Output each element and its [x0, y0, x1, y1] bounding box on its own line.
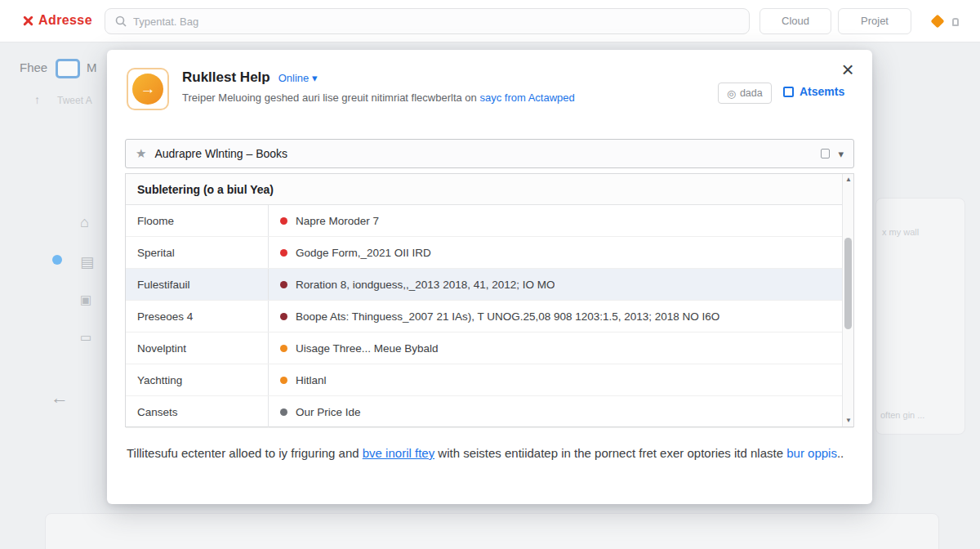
- table-header: Subletering (o a biul Yea): [126, 174, 853, 205]
- row-value: Godge Form,_2021 OII IRD: [296, 247, 431, 259]
- dialog-header: → Rukllest Help Online ▾ Treiper Meluoin…: [127, 68, 575, 110]
- table-row[interactable]: Preseoes 4 Boope Ats: Thinguess_2007 21 …: [126, 301, 853, 333]
- table-row[interactable]: Cansets Our Price Ide: [126, 396, 853, 428]
- dada-button[interactable]: ◎ dada: [718, 83, 772, 104]
- close-icon[interactable]: ×: [835, 56, 861, 83]
- search-input[interactable]: [133, 16, 739, 28]
- cloud-button[interactable]: Cloud: [760, 8, 831, 34]
- projet-button[interactable]: Projet: [838, 8, 911, 34]
- scroll-down-icon[interactable]: ▼: [843, 415, 854, 426]
- category-dropdown[interactable]: ★ Audrapre Wlnting – Books ▾: [125, 139, 854, 168]
- row-label: Sperital: [126, 237, 269, 268]
- row-label: Fulestifauil: [126, 269, 269, 300]
- checkbox-icon: [783, 87, 794, 97]
- row-label: Yachtting: [126, 364, 269, 395]
- target-icon: ◎: [727, 87, 736, 100]
- dropdown-label: Audrapre Wlnting – Books: [154, 147, 287, 160]
- row-value: Our Price Ide: [296, 406, 361, 418]
- footer-link-1[interactable]: bve inoril ftey: [363, 446, 434, 460]
- scroll-up-icon[interactable]: ▲: [843, 174, 854, 185]
- document-icon[interactable]: ▣: [80, 292, 91, 307]
- table-scrollbar[interactable]: ▲ ▼: [842, 174, 853, 426]
- subtitle-text: Treiper Meluoing geshed auri lise greuit…: [182, 92, 479, 104]
- home-icon[interactable]: ⌂: [80, 214, 89, 231]
- card-icon[interactable]: ▭: [80, 330, 91, 345]
- mini-box-icon[interactable]: [821, 149, 830, 158]
- row-label: Novelptint: [126, 333, 269, 364]
- brand-label: Adresse: [38, 13, 92, 28]
- help-dialog: × → Rukllest Help Online ▾ Treiper Meluo…: [107, 50, 872, 504]
- m-label: M: [87, 60, 97, 74]
- dialog-subtitle: Treiper Meluoing geshed auri lise greuit…: [182, 92, 575, 104]
- status-dot: [280, 217, 287, 225]
- status-dot: [280, 377, 287, 384]
- arrow-badge-icon: →: [132, 74, 163, 105]
- row-label: Floome: [126, 205, 269, 236]
- app-badge: →: [127, 68, 169, 110]
- table-row[interactable]: Yachtting Hitlanl: [126, 364, 853, 396]
- table-row[interactable]: Floome Napre Moroder 7: [126, 205, 853, 237]
- brand-x-icon: [23, 16, 33, 26]
- bottom-strip-card: [45, 513, 939, 549]
- chevron-down-icon[interactable]: ▾: [838, 148, 844, 160]
- building-icon[interactable]: ▤: [80, 253, 94, 271]
- back-arrow-icon[interactable]: ←: [51, 387, 69, 408]
- global-search[interactable]: [105, 8, 750, 34]
- dialog-footer-text: Tillitesufu ectenter alloed to iy frigur…: [127, 444, 845, 462]
- status-dot: [280, 249, 287, 257]
- row-value: Hitlanl: [296, 374, 327, 386]
- footer-text-2: with seistes entiidatep in the pornect f…: [434, 446, 786, 460]
- table-row[interactable]: Fulestifauil Roration 8, iondguess,,_201…: [126, 269, 853, 301]
- star-icon: ★: [136, 146, 146, 161]
- top-navbar: Adresse Cloud Projet: [0, 0, 980, 42]
- row-label: Preseoes 4: [126, 301, 269, 332]
- dada-label: dada: [740, 87, 763, 99]
- notification-diamond-icon[interactable]: [931, 15, 945, 29]
- up-arrow-icon: ↑: [34, 93, 40, 106]
- blue-toggle-icon[interactable]: [56, 59, 80, 78]
- bell-icon[interactable]: [952, 18, 959, 26]
- dialog-title: Rukllest Help: [182, 69, 270, 86]
- row-value: Roration 8, iondguess,,_2013 2018, 41, 2…: [296, 279, 555, 291]
- right-text-bottom: often gin ...: [880, 410, 924, 420]
- status-dot: [280, 313, 287, 320]
- status-dot: [280, 408, 287, 416]
- table-row[interactable]: Novelptint Uisage Three... Meue Bybald: [126, 333, 853, 364]
- status-dot: [280, 345, 287, 352]
- free-label: Fhee: [20, 60, 47, 74]
- online-status-dropdown[interactable]: Online ▾: [278, 72, 318, 84]
- active-blue-dot: [52, 255, 62, 265]
- title-block: Rukllest Help Online ▾ Treiper Meluoing …: [182, 68, 575, 110]
- footer-text-1: Tillitesufu ectenter alloed to iy frigur…: [127, 446, 363, 460]
- table-row[interactable]: Sperital Godge Form,_2021 OII IRD: [126, 237, 853, 269]
- tweet-label: Tweet A: [57, 95, 92, 106]
- scroll-thumb[interactable]: [844, 238, 852, 329]
- status-dot: [280, 281, 287, 288]
- row-value: Uisage Three... Meue Bybald: [296, 342, 439, 355]
- brand-logo[interactable]: Adresse: [23, 13, 92, 28]
- results-table: Subletering (o a biul Yea) Floome Napre …: [125, 173, 854, 427]
- search-icon: [115, 16, 127, 27]
- row-value: Boope Ats: Thinguess_2007 21 IAs), T UNO…: [296, 310, 719, 323]
- right-text-top: x my wall: [882, 227, 919, 237]
- atsemts-link[interactable]: Atsemts: [783, 85, 844, 98]
- row-value: Napre Moroder 7: [296, 215, 379, 227]
- atsemts-label: Atsemts: [800, 85, 844, 98]
- row-label: Cansets: [126, 396, 269, 427]
- footer-text-3: ..: [837, 446, 844, 460]
- table-body: Floome Napre Moroder 7 Sperital Godge Fo…: [126, 205, 853, 428]
- footer-link-2[interactable]: bur oppis: [786, 446, 837, 460]
- subtitle-link[interactable]: sayc from Actawped: [479, 92, 574, 104]
